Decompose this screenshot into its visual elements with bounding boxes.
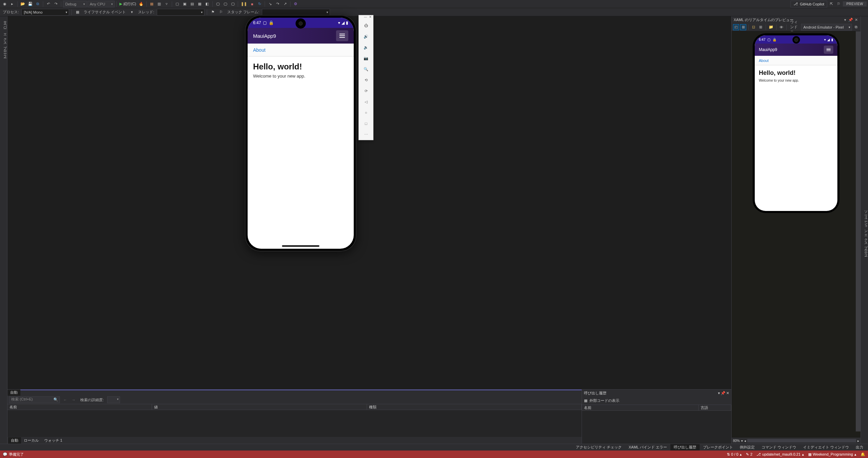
emu-overview-icon[interactable]: □	[359, 118, 373, 129]
emulator-window[interactable]: 6:47 ▢ 🔒 ▾ ◢ ▮ MauiApp9 About Hello, wor…	[245, 15, 356, 251]
stop-icon[interactable]: ■	[249, 1, 255, 7]
tool-icon-3[interactable]: ▿	[163, 1, 170, 7]
xp-pin-icon[interactable]: 📌	[848, 18, 853, 22]
screen-icon-3[interactable]: 🖵	[229, 1, 236, 7]
tab-about[interactable]: About	[253, 47, 266, 53]
tool-icon-2[interactable]: ▥	[156, 1, 163, 7]
thread-combo[interactable]	[157, 9, 204, 16]
status-branch[interactable]: ⎇ update/net_maui9.0.21 ▴	[756, 452, 804, 457]
flag2-icon[interactable]: ⚐	[218, 9, 224, 16]
ext-code-icon[interactable]: ▦	[584, 398, 587, 403]
col-type[interactable]: 種類	[367, 404, 582, 410]
autos-search-input[interactable]: 検索 (Ctrl+E) 🔍	[9, 396, 60, 403]
device-icon-4[interactable]: ▦	[196, 1, 203, 7]
undo-icon[interactable]: ↶	[45, 1, 52, 7]
cs-dd-icon[interactable]: ▾	[718, 391, 720, 395]
emu-zoom-icon[interactable]: 🔍	[359, 64, 373, 75]
emu-min-icon[interactable]: —	[364, 15, 367, 20]
col-value[interactable]: 値	[152, 404, 367, 410]
search-prev-icon[interactable]: ←	[62, 398, 68, 402]
step-over-icon[interactable]: ↷	[274, 1, 281, 7]
btab-autos[interactable]: 自動	[8, 437, 21, 444]
screen-icon-1[interactable]: 🖵	[214, 1, 221, 7]
emu-close-icon[interactable]: ✕	[369, 15, 372, 20]
zoom-right-icon[interactable]: ▸	[857, 439, 859, 443]
ext-code-label[interactable]: 外部コードの表示	[589, 398, 619, 403]
btab-local[interactable]: ローカル	[21, 437, 41, 444]
feedback-icon[interactable]: ⚐	[835, 1, 842, 7]
col-name[interactable]: 名前	[7, 404, 152, 410]
status-bell[interactable]: 🔔	[861, 452, 865, 457]
screen-icon-2[interactable]: 🖵	[222, 1, 229, 7]
otab-immediate[interactable]: イミディエイト ウィンドウ	[800, 444, 852, 451]
step-out-icon[interactable]: ↗	[282, 1, 288, 7]
cs-col-lang[interactable]: 言語	[699, 405, 731, 410]
otab-output[interactable]: 出力	[852, 444, 867, 451]
lifecycle-icon[interactable]: ▦	[74, 9, 81, 16]
autos-tab[interactable]: 自動	[7, 390, 20, 396]
copilot-button[interactable]: ⎇ GitHub Copilot	[790, 1, 828, 7]
nav-back-icon[interactable]: ◉	[1, 1, 8, 7]
new-file-icon[interactable]: 📂	[19, 1, 26, 7]
emu-volup-icon[interactable]: 🔊	[359, 31, 373, 42]
status-updown[interactable]: ⇅ 0 / 0 ▴	[727, 452, 742, 457]
tool-icon-1[interactable]: ▦	[148, 1, 155, 7]
cs-pin-icon[interactable]: 📌	[721, 391, 725, 395]
otab-command[interactable]: コマンド ウィンドウ	[758, 444, 800, 451]
zoom-scrollbar[interactable]	[747, 439, 856, 442]
depth-combo[interactable]	[107, 396, 120, 403]
search-next-icon[interactable]: →	[70, 398, 77, 402]
save-all-icon[interactable]: ⧉	[34, 1, 41, 7]
platform-combo[interactable]: Any CPU	[87, 1, 115, 7]
share-icon[interactable]: ⇱	[828, 1, 835, 7]
save-icon[interactable]: 💾	[27, 1, 34, 7]
emu-rotate-left-icon[interactable]: ⟲	[359, 75, 373, 85]
pause-icon[interactable]: ❚❚	[240, 1, 248, 7]
xp-tool-detach[interactable]: ⧉	[853, 24, 859, 30]
config-combo[interactable]: Debug	[63, 1, 87, 7]
right-tab-solution[interactable]: ソリューション エクスプローラー	[863, 208, 868, 255]
preview-badge[interactable]: PREVIEW	[843, 1, 867, 6]
otab-accessibility[interactable]: アクセシビリティ チェック	[572, 444, 625, 451]
cs-col-name[interactable]: 名前	[582, 405, 699, 410]
xp-scrollbar[interactable]	[856, 31, 861, 431]
process-combo[interactable]: [N/A] Mono	[21, 9, 69, 16]
emu-rotate-right-icon[interactable]: ⟳	[359, 85, 373, 96]
emu-more-icon[interactable]: ⋯	[359, 129, 373, 140]
device-icon-3[interactable]: ▤	[189, 1, 196, 7]
xp-window-combo[interactable]: Android Emulator - Pixel	[801, 24, 852, 31]
hot-reload-icon[interactable]: 🔥	[138, 1, 145, 7]
emu-voldown-icon[interactable]: 🔉	[359, 42, 373, 53]
emu-home-icon[interactable]: ○	[359, 107, 373, 118]
xaml-preview-canvas[interactable]: 6:47 ▢ 🔒 ▾ ◢ ▮ MauiApp9	[732, 31, 861, 438]
btab-watch1[interactable]: ウォッチ 1	[41, 437, 65, 444]
device-icon-2[interactable]: ▣	[181, 1, 188, 7]
device-icon-1[interactable]: ▢	[174, 1, 181, 7]
device-icon-5[interactable]: ◧	[204, 1, 211, 7]
stackframe-combo[interactable]	[262, 9, 330, 16]
xp-tool-tree[interactable]: ⊞	[740, 24, 746, 30]
otab-breakpoints[interactable]: ブレークポイント	[700, 444, 736, 451]
otab-xaml-errors[interactable]: XAML バインド エラー	[625, 444, 670, 451]
restart-icon[interactable]: ↻	[256, 1, 263, 7]
xp-tool-ruler[interactable]: ⊡	[750, 24, 756, 30]
zoom-dd-icon[interactable]: ▾	[741, 439, 743, 443]
otab-callstack[interactable]: 呼び出し履歴	[670, 444, 700, 451]
emu-back-icon[interactable]: ◁	[359, 96, 373, 107]
zoom-left-icon[interactable]: ◂	[744, 439, 746, 443]
left-sidebar-tab[interactable]: サーバー エクスプローラー	[0, 16, 7, 444]
preview-tab-about[interactable]: About	[759, 59, 769, 63]
continue-button[interactable]: ▶ 続行(C)	[118, 1, 137, 7]
xp-close-icon[interactable]: ✕	[854, 18, 858, 22]
status-repo[interactable]: ▦ Weekend_Programming ▴	[808, 452, 856, 457]
lifecycle-dd[interactable]: ▾	[129, 9, 135, 16]
xp-dd-icon[interactable]: ▾	[843, 18, 848, 22]
hamburger-button[interactable]	[336, 30, 348, 41]
xp-tool-select[interactable]: ◰	[733, 24, 739, 30]
xp-tool-folder[interactable]: 📁	[768, 24, 774, 30]
redo-icon[interactable]: ↷	[52, 1, 59, 7]
search-icon[interactable]: 🔍	[53, 397, 58, 402]
status-errors[interactable]: ✎ 2	[746, 452, 752, 457]
nav-fwd-icon[interactable]: ▸	[9, 1, 16, 7]
otab-exceptions[interactable]: 例外設定	[736, 444, 758, 451]
